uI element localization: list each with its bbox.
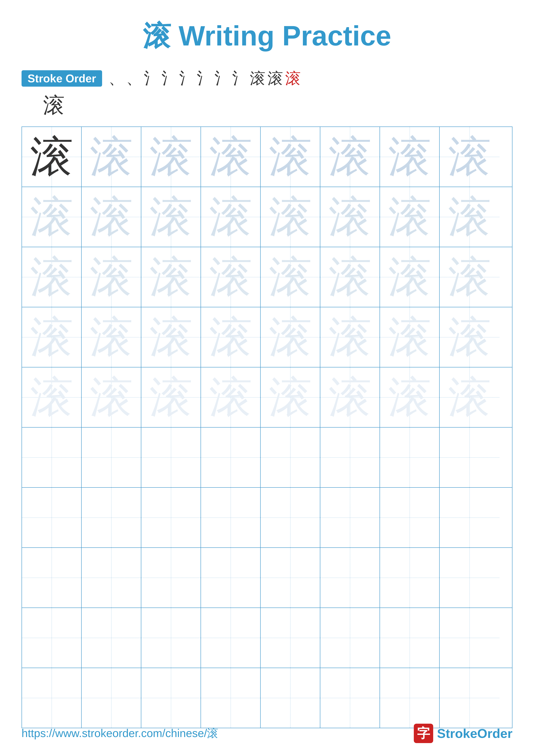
grid-cell[interactable]: 滚 (380, 127, 440, 187)
grid-cell-empty[interactable] (201, 548, 261, 608)
logo-icon: 字 (414, 724, 433, 743)
grid-cell-empty[interactable] (201, 488, 261, 547)
grid-cell-empty[interactable] (201, 428, 261, 487)
grid-cell-empty[interactable] (22, 548, 82, 608)
stroke-8: 氵 (232, 68, 248, 89)
title-char: 滚 (143, 20, 171, 51)
title-text: Writing Practice (171, 20, 391, 51)
grid-cell-empty[interactable] (261, 668, 320, 728)
grid-cell[interactable]: 滚 (141, 127, 201, 187)
grid-cell[interactable]: 滚 (320, 187, 380, 247)
grid-cell-empty[interactable] (320, 428, 380, 487)
grid-cell[interactable]: 滚 (261, 127, 320, 187)
grid-cell[interactable]: 滚 (201, 307, 261, 367)
practice-grid: 滚 滚 滚 滚 滚 滚 滚 滚 滚 滚 滚 滚 滚 滚 滚 滚 滚 滚 滚 滚 … (21, 126, 513, 728)
grid-cell[interactable]: 滚 (440, 127, 499, 187)
grid-cell[interactable]: 滚 (141, 187, 201, 247)
grid-cell-empty[interactable] (380, 548, 440, 608)
grid-cell-empty[interactable] (141, 608, 201, 668)
grid-cell[interactable]: 滚 (141, 367, 201, 427)
grid-cell-empty[interactable] (201, 668, 261, 728)
grid-cell[interactable]: 滚 (261, 187, 320, 247)
stroke-7: 氵 (215, 68, 230, 89)
grid-cell-empty[interactable] (380, 608, 440, 668)
footer-logo: 字 StrokeOrder (414, 724, 513, 743)
grid-cell[interactable]: 滚 (22, 307, 82, 367)
grid-cell-empty[interactable] (440, 608, 499, 668)
grid-cell-empty[interactable] (82, 488, 141, 547)
grid-cell[interactable]: 滚 (380, 187, 440, 247)
grid-cell[interactable]: 滚 (440, 307, 499, 367)
grid-cell-empty[interactable] (141, 548, 201, 608)
stroke-2: 、 (126, 68, 142, 89)
grid-cell[interactable]: 滚 (82, 247, 141, 307)
grid-cell-empty[interactable] (141, 428, 201, 487)
grid-cell[interactable]: 滚 (22, 367, 82, 427)
grid-cell[interactable]: 滚 (261, 247, 320, 307)
grid-cell[interactable]: 滚 (201, 187, 261, 247)
grid-cell-empty[interactable] (22, 668, 82, 728)
grid-cell[interactable]: 滚 (201, 127, 261, 187)
grid-cell-empty[interactable] (440, 428, 499, 487)
grid-cell[interactable]: 滚 (440, 247, 499, 307)
grid-cell[interactable]: 滚 (82, 367, 141, 427)
grid-cell-empty[interactable] (261, 488, 320, 547)
grid-cell[interactable]: 滚 (22, 127, 82, 187)
stroke-9: 滚 (250, 68, 266, 89)
grid-cell-empty[interactable] (320, 488, 380, 547)
stroke-order-row: Stroke Order 、 、 氵 氵 氵 氵 氵 氵 滚 滚 滚 (21, 68, 534, 89)
grid-cell[interactable]: 滚 (201, 367, 261, 427)
grid-cell-empty[interactable] (380, 488, 440, 547)
grid-cell-empty[interactable] (380, 668, 440, 728)
grid-row-7 (22, 488, 512, 548)
grid-cell[interactable]: 滚 (320, 127, 380, 187)
grid-cell[interactable]: 滚 (320, 307, 380, 367)
grid-cell-empty[interactable] (320, 668, 380, 728)
grid-cell-empty[interactable] (82, 668, 141, 728)
footer: https://www.strokeorder.com/chinese/滚 字 … (0, 724, 534, 743)
grid-cell-empty[interactable] (440, 548, 499, 608)
grid-cell-empty[interactable] (82, 548, 141, 608)
grid-cell-empty[interactable] (82, 608, 141, 668)
grid-cell[interactable]: 滚 (440, 187, 499, 247)
grid-cell-empty[interactable] (440, 668, 499, 728)
grid-cell-empty[interactable] (22, 428, 82, 487)
grid-cell[interactable]: 滚 (22, 187, 82, 247)
grid-cell-empty[interactable] (22, 608, 82, 668)
grid-cell-empty[interactable] (440, 488, 499, 547)
grid-cell[interactable]: 滚 (380, 307, 440, 367)
grid-cell-empty[interactable] (141, 668, 201, 728)
grid-cell[interactable]: 滚 (261, 307, 320, 367)
grid-cell[interactable]: 滚 (82, 127, 141, 187)
grid-cell[interactable]: 滚 (380, 247, 440, 307)
grid-cell[interactable]: 滚 (320, 247, 380, 307)
grid-cell[interactable]: 滚 (320, 367, 380, 427)
footer-url: https://www.strokeorder.com/chinese/滚 (21, 726, 218, 741)
grid-cell[interactable]: 滚 (201, 247, 261, 307)
grid-cell[interactable]: 滚 (380, 367, 440, 427)
grid-cell-empty[interactable] (380, 428, 440, 487)
grid-cell-empty[interactable] (261, 608, 320, 668)
grid-cell[interactable]: 滚 (82, 307, 141, 367)
grid-cell-empty[interactable] (320, 548, 380, 608)
grid-row-4: 滚 滚 滚 滚 滚 滚 滚 滚 (22, 307, 512, 367)
grid-cell-empty[interactable] (320, 608, 380, 668)
grid-cell-empty[interactable] (261, 548, 320, 608)
grid-cell[interactable]: 滚 (261, 367, 320, 427)
grid-cell[interactable]: 滚 (22, 247, 82, 307)
grid-cell-empty[interactable] (82, 428, 141, 487)
stroke-final-char: 滚 (21, 91, 534, 120)
logo-stroke: Stroke (437, 726, 477, 741)
grid-cell[interactable]: 滚 (440, 367, 499, 427)
page-title: 滚 Writing Practice (143, 20, 391, 51)
grid-cell[interactable]: 滚 (82, 187, 141, 247)
grid-cell-empty[interactable] (22, 488, 82, 547)
grid-cell-empty[interactable] (141, 488, 201, 547)
logo-order: Order (477, 726, 513, 741)
grid-cell-empty[interactable] (201, 608, 261, 668)
grid-cell-empty[interactable] (261, 428, 320, 487)
stroke-11: 滚 (285, 68, 301, 89)
grid-cell[interactable]: 滚 (141, 307, 201, 367)
title-area: 滚 Writing Practice (0, 0, 534, 68)
grid-cell[interactable]: 滚 (141, 247, 201, 307)
